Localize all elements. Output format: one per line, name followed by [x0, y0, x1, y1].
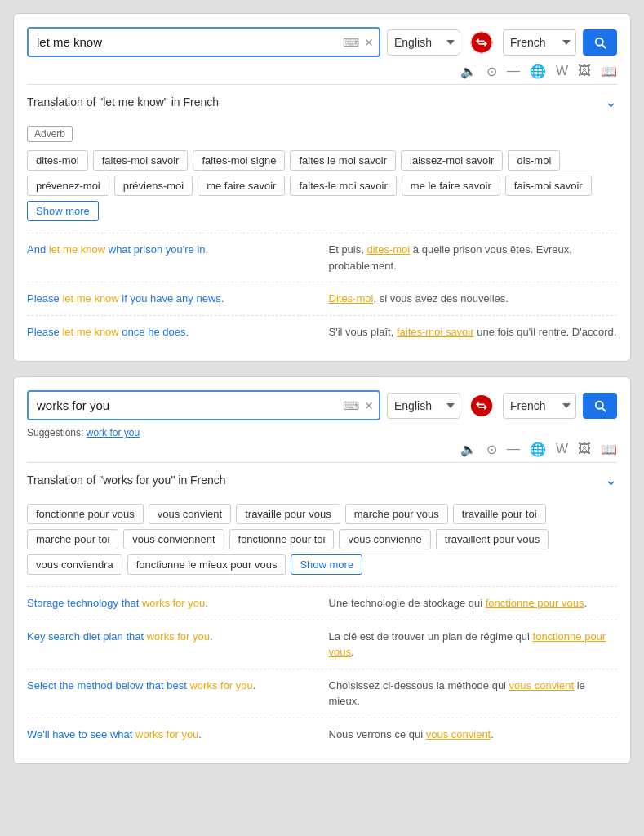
- example-en-2-4: We'll have to see what works for you.: [27, 727, 316, 743]
- swap-button-1[interactable]: [467, 28, 496, 57]
- example-fr-1-3: S'il vous plaît, faites-moi savoir une f…: [329, 324, 618, 340]
- image-icon-2[interactable]: 🖼: [578, 442, 591, 457]
- tool-icons-2: 🔈 ⊙ — 🌐 W 🖼 📖: [27, 442, 617, 457]
- chip-marche-pour-vous[interactable]: marche pour vous: [345, 504, 448, 524]
- source-lang-select-1[interactable]: English: [387, 29, 460, 56]
- card-1: ⌨ ✕ English French 🔈: [13, 13, 631, 362]
- example-fr-2-2: La clé est de trouver un plan de régime …: [329, 629, 618, 660]
- chip-travaille-pour-toi[interactable]: travaille pour toi: [453, 504, 546, 524]
- chip-me-faire-savoir[interactable]: me faire savoir: [198, 176, 285, 196]
- chip-laissez-moi-savoir[interactable]: laissez-moi savoir: [401, 150, 503, 171]
- chip-previens-moi[interactable]: préviens-moi: [114, 176, 193, 196]
- translation-title-1: Translation of "let me know" in French: [27, 96, 219, 109]
- show-more-2[interactable]: Show more: [291, 554, 362, 575]
- highlight-en-1-1: let me know: [49, 243, 105, 256]
- examples-1: And let me know what prison you're in. E…: [27, 233, 617, 348]
- chip-travaille-pour-vous[interactable]: travaille pour vous: [236, 504, 340, 524]
- chevron-icon-2[interactable]: ⌄: [605, 471, 617, 489]
- search-row-1: ⌨ ✕ English French: [27, 27, 617, 57]
- suggestions-row-2: Suggestions: work for you: [27, 427, 617, 438]
- search-input-wrap-1: ⌨ ✕: [27, 27, 380, 57]
- highlight-fr-2-4: vous convient: [426, 728, 491, 740]
- example-fr-1-2: Dites-moi, si vous avez des nouvelles.: [329, 291, 618, 307]
- chip-me-le-faire-savoir[interactable]: me le faire savoir: [402, 176, 500, 196]
- speaker-icon-1[interactable]: 🔈: [460, 64, 477, 79]
- star-icon-1[interactable]: ⊙: [486, 64, 497, 79]
- search-row-2: ⌨ ✕ English French: [27, 390, 617, 420]
- star-icon-2[interactable]: ⊙: [486, 442, 497, 457]
- translation-header-2: Translation of "works for you" in French…: [27, 462, 617, 497]
- chip-dis-moi[interactable]: dis-moi: [508, 150, 560, 171]
- chip-marche-pour-toi[interactable]: marche pour toi: [27, 529, 118, 549]
- highlight-en-2-1: works for you: [142, 597, 205, 609]
- translation-title-2: Translation of "works for you" in French: [27, 474, 226, 487]
- chip-vous-conviendra[interactable]: vous conviendra: [27, 554, 122, 575]
- example-fr-2-4: Nous verrons ce qui vous convient.: [329, 727, 618, 743]
- examples-2: Storage technology that works for you. U…: [27, 586, 617, 750]
- chips-2: fonctionne pour vous vous convient trava…: [27, 504, 617, 575]
- source-lang-select-2[interactable]: English: [387, 393, 460, 419]
- chip-dites-moi[interactable]: dites-moi: [27, 150, 88, 171]
- highlight-en-2-4: works for you: [135, 728, 198, 740]
- chip-vous-convienne[interactable]: vous convienne: [339, 529, 430, 549]
- chip-vous-conviennent[interactable]: vous conviennent: [123, 529, 224, 549]
- chip-fonctionne-pour-toi[interactable]: fonctionne pour toi: [229, 529, 335, 549]
- highlight-fr-2-3: vous convient: [509, 679, 575, 691]
- globe-icon-1[interactable]: 🌐: [530, 64, 546, 79]
- search-button-2[interactable]: [583, 393, 617, 419]
- show-more-1[interactable]: Show more: [27, 201, 99, 221]
- example-fr-2-3: Choisissez ci-dessous la méthode qui vou…: [329, 678, 618, 709]
- dash-icon-1: —: [507, 64, 520, 79]
- w-icon-1[interactable]: W: [556, 64, 568, 79]
- suggestion-link[interactable]: work for you: [87, 427, 140, 438]
- example-row-2-4: We'll have to see what works for you. No…: [27, 718, 617, 751]
- example-en-1-1: And let me know what prison you're in.: [27, 242, 316, 273]
- speaker-icon-2[interactable]: 🔈: [460, 442, 477, 457]
- chevron-icon-1[interactable]: ⌄: [605, 93, 617, 111]
- example-row-1-1: And let me know what prison you're in. E…: [27, 233, 617, 282]
- example-fr-2-1: Une technologie de stockage qui fonction…: [329, 595, 618, 611]
- swap-button-2[interactable]: [467, 391, 496, 420]
- example-row-1-2: Please let me know if you have any news.…: [27, 282, 617, 315]
- book-icon-2[interactable]: 📖: [601, 442, 617, 457]
- chip-fais-moi-savoir[interactable]: fais-moi savoir: [505, 176, 592, 196]
- example-row-1-3: Please let me know once he does. S'il vo…: [27, 315, 617, 349]
- highlight-en-2-3: works for you: [189, 679, 252, 691]
- chip-travaillent-pour-vous[interactable]: travaillent pour vous: [436, 529, 549, 549]
- chips-1: dites-moi faites-moi savoir faites-moi s…: [27, 150, 617, 221]
- suggestions-label: Suggestions:: [27, 427, 83, 438]
- chip-faites-moi-savoir[interactable]: faites-moi savoir: [93, 150, 189, 171]
- clear-icon-2[interactable]: ✕: [364, 399, 374, 412]
- chip-faites-moi-signe[interactable]: faites-moi signe: [193, 150, 285, 171]
- dash-icon-2: —: [507, 442, 520, 457]
- w-icon-2[interactable]: W: [556, 442, 568, 457]
- search-input-icons-1: ⌨ ✕: [343, 36, 374, 49]
- search-input-wrap-2: ⌨ ✕: [27, 390, 380, 420]
- example-en-2-1: Storage technology that works for you.: [27, 595, 316, 611]
- example-en-1-3: Please let me know once he does.: [27, 324, 316, 340]
- chip-faites-le-moi2[interactable]: faites-le moi savoir: [290, 176, 396, 196]
- target-lang-select-1[interactable]: French: [503, 29, 576, 56]
- chip-prevenez-moi[interactable]: prévenez-moi: [27, 176, 109, 196]
- target-lang-select-2[interactable]: French: [503, 393, 576, 419]
- example-en-2-2: Key search diet plan that works for you.: [27, 629, 316, 660]
- example-en-2-3: Select the method below that best works …: [27, 678, 316, 709]
- image-icon-1[interactable]: 🖼: [578, 64, 591, 79]
- search-input-1[interactable]: [27, 27, 380, 57]
- pos-badge-1: Adverb: [27, 126, 73, 142]
- chip-faites-le-moi-savoir[interactable]: faites le moi savoir: [290, 150, 396, 171]
- book-icon-1[interactable]: 📖: [601, 64, 617, 79]
- keyboard-icon-2[interactable]: ⌨: [343, 399, 359, 412]
- clear-icon-1[interactable]: ✕: [364, 36, 374, 49]
- keyboard-icon-1[interactable]: ⌨: [343, 36, 359, 49]
- globe-icon-2[interactable]: 🌐: [530, 442, 546, 457]
- chip-fonctionne-pour-vous[interactable]: fonctionne pour vous: [27, 504, 144, 524]
- chip-fonctionne-le-mieux[interactable]: fonctionne le mieux pour vous: [127, 554, 286, 575]
- highlight-fr-2-1: fonctionne pour vous: [486, 597, 584, 609]
- example-row-2-1: Storage technology that works for you. U…: [27, 586, 617, 620]
- highlight-fr-2-2: fonctionne pour vous: [329, 630, 606, 659]
- search-button-1[interactable]: [583, 29, 617, 56]
- chip-vous-convient[interactable]: vous convient: [149, 504, 232, 524]
- search-input-2[interactable]: [27, 390, 380, 420]
- highlight-fr-1-3: faites-moi savoir: [397, 326, 474, 338]
